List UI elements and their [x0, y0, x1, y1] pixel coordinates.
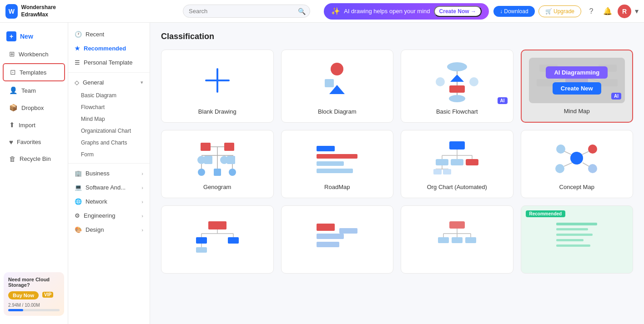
roadmap-label: RoadMap: [324, 184, 350, 190]
mnav-network[interactable]: 🌐 Network ›: [68, 194, 150, 209]
svg-rect-76: [339, 228, 357, 234]
mind-map-label: Mind Map: [564, 108, 590, 115]
mnav-form[interactable]: Form: [68, 149, 150, 160]
mnav-flowchart[interactable]: Flowchart: [68, 101, 150, 113]
card-basic-flowchart[interactable]: AI Basic Flowchart: [401, 50, 513, 123]
mnav-recent[interactable]: 🕐 Recent: [68, 27, 150, 41]
svg-rect-77: [449, 221, 465, 229]
notification-icon[interactable]: 🔔: [601, 5, 614, 18]
upgrade-button[interactable]: 🛒 Upgrade: [538, 5, 581, 17]
card-diagram3[interactable]: [401, 205, 513, 274]
card-blank-drawing[interactable]: Blank Drawing: [161, 50, 274, 123]
sidebar-item-new[interactable]: + New: [0, 27, 68, 45]
mnav-mind-map[interactable]: Mind Map: [68, 113, 150, 125]
sidebar-team-label: Team: [21, 87, 36, 94]
card-concept-map[interactable]: Concept Map: [521, 130, 634, 198]
svg-rect-50: [466, 159, 478, 165]
mnav-general-label: General: [83, 79, 104, 86]
sidebar-item-dropbox[interactable]: 📦 Dropbox: [3, 100, 65, 116]
ai-badge-flowchart: AI: [498, 97, 508, 104]
engineering-expand-icon: ›: [141, 213, 143, 219]
concept-map-label: Concept Map: [559, 184, 594, 190]
sidebar-item-recycle-bin[interactable]: 🗑 Recycle Bin: [3, 151, 65, 167]
mnav-recent-label: Recent: [86, 31, 104, 38]
software-icon: 💻: [75, 184, 82, 191]
svg-rect-49: [451, 159, 463, 165]
card-roadmap[interactable]: RoadMap: [281, 130, 394, 198]
svg-rect-84: [452, 237, 463, 243]
mnav-graphs-charts[interactable]: Graphs and Charts: [68, 137, 150, 149]
recent-icon: 🕐: [75, 31, 82, 38]
mind-map-overlay: AI Diagramming Create New AI: [529, 58, 625, 103]
svg-rect-54: [443, 169, 451, 174]
mnav-design[interactable]: 🎨 Design ›: [68, 223, 150, 237]
ai-diagramming-button[interactable]: AI Diagramming: [546, 66, 608, 79]
mnav-software[interactable]: 💻 Software And... ›: [68, 180, 150, 194]
genogram-label: Genogram: [203, 184, 231, 190]
nav-divider: [68, 72, 150, 73]
sidebar-item-team[interactable]: 👤 Team: [3, 82, 65, 99]
business-expand-icon: ›: [141, 171, 143, 176]
mnav-basic-diagram[interactable]: Basic Diagram: [68, 90, 150, 101]
mnav-personal-template[interactable]: ☰ Personal Template: [68, 55, 150, 70]
mnav-recommended[interactable]: ★ Recommended: [68, 41, 150, 55]
mnav-org-chart[interactable]: Organizational Chart: [68, 125, 150, 137]
avatar[interactable]: R: [618, 5, 631, 18]
card-diagram2[interactable]: [281, 205, 394, 274]
team-icon: 👤: [9, 86, 18, 95]
ai-banner: ✨ AI drawing helps open your mind Create…: [324, 3, 489, 20]
middle-nav: 🕐 Recent ★ Recommended ☰ Personal Templa…: [68, 23, 150, 324]
search-input[interactable]: [183, 5, 310, 18]
mnav-engineering[interactable]: ⚙ Engineering ›: [68, 209, 150, 223]
mnav-mind-map-label: Mind Map: [81, 116, 105, 122]
mnav-general[interactable]: ◇ General ▾: [68, 75, 150, 90]
ai-banner-create-button[interactable]: Create Now →: [434, 6, 482, 17]
sidebar-item-import[interactable]: ⬆ Import: [3, 117, 65, 133]
app-name: Wondershare EdrawMax: [21, 4, 74, 18]
svg-rect-40: [317, 161, 344, 166]
card-mind-map[interactable]: AI Diagramming Create New AI Mind Map: [521, 50, 634, 123]
network-expand-icon: ›: [141, 199, 143, 204]
mnav-business[interactable]: 🏢 Business ›: [68, 166, 150, 180]
help-icon[interactable]: ?: [585, 5, 598, 18]
diagram4-preview: [528, 213, 626, 261]
svg-rect-9: [449, 85, 465, 93]
search-icon: 🔍: [298, 8, 306, 15]
card-block-diagram[interactable]: Block Diagram: [281, 50, 394, 123]
mnav-basic-diagram-label: Basic Diagram: [81, 92, 116, 99]
svg-rect-23: [201, 143, 211, 151]
svg-rect-29: [204, 156, 212, 164]
card-diagram1[interactable]: [161, 205, 274, 274]
dropbox-icon: 📦: [9, 104, 18, 112]
download-button[interactable]: ↓ Download: [493, 6, 535, 17]
storage-text: 2.94M / 10.00M: [8, 303, 40, 308]
card-genogram[interactable]: Genogram: [161, 130, 274, 198]
recommended-icon: ★: [75, 45, 80, 52]
svg-rect-31: [227, 156, 235, 164]
cloud-storage-banner: Need more Cloud Storage? Buy Now VIP 2.9…: [4, 272, 64, 316]
sidebar-dropbox-label: Dropbox: [21, 105, 44, 111]
chevron-down-icon[interactable]: ▾: [635, 7, 639, 15]
svg-rect-73: [317, 224, 335, 231]
svg-rect-69: [196, 237, 207, 244]
block-diagram-label: Block Diagram: [318, 108, 357, 115]
svg-rect-72: [196, 247, 207, 253]
card-diagram4[interactable]: Recommended: [521, 205, 634, 274]
svg-point-11: [449, 95, 465, 102]
sidebar-favorites-label: Favorites: [17, 139, 41, 145]
buy-now-button[interactable]: Buy Now: [8, 291, 39, 299]
personal-template-icon: ☰: [75, 59, 80, 66]
create-new-button[interactable]: Create New: [553, 82, 601, 95]
new-plus-icon: +: [6, 31, 16, 41]
app-logo-icon: W: [5, 4, 18, 19]
sidebar-item-templates[interactable]: ⊡ Templates: [3, 63, 65, 81]
sidebar-recycle-label: Recycle Bin: [20, 155, 51, 162]
svg-rect-88: [556, 234, 593, 236]
sidebar-item-workbench[interactable]: ⊞ Workbench: [3, 46, 65, 62]
sidebar-item-favorites[interactable]: ♥ Favorites: [3, 134, 65, 150]
svg-point-5: [447, 62, 467, 71]
blank-drawing-preview: [169, 57, 266, 104]
card-org-chart[interactable]: Org Chart (Automated): [401, 130, 513, 198]
sidebar-templates-label: Templates: [20, 69, 46, 76]
svg-rect-41: [317, 169, 353, 173]
